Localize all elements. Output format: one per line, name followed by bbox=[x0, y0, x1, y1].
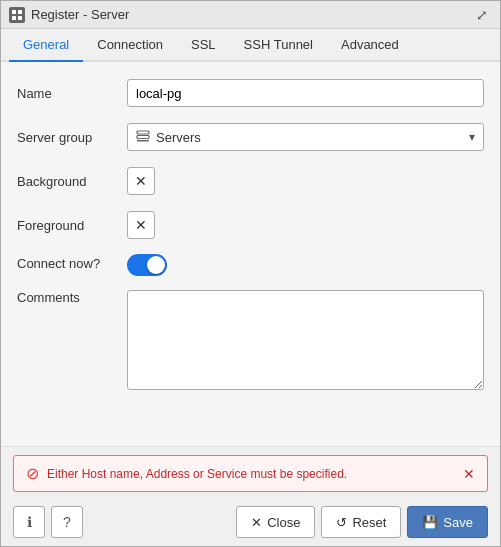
name-input[interactable] bbox=[127, 79, 484, 107]
svg-rect-1 bbox=[18, 10, 22, 14]
svg-rect-0 bbox=[12, 10, 16, 14]
error-close-button[interactable]: ✕ bbox=[463, 466, 475, 482]
footer: ⊘ Either Host name, Address or Service m… bbox=[1, 446, 500, 546]
reset-icon: ↺ bbox=[336, 515, 347, 530]
foreground-row: Foreground ✕ bbox=[17, 210, 484, 240]
error-bar: ⊘ Either Host name, Address or Service m… bbox=[13, 455, 488, 492]
reset-button[interactable]: ↺ Reset bbox=[321, 506, 401, 538]
footer-right-buttons: ✕ Close ↺ Reset 💾 Save bbox=[236, 506, 488, 538]
save-icon: 💾 bbox=[422, 515, 438, 530]
foreground-color-button[interactable]: ✕ bbox=[127, 211, 155, 239]
error-icon: ⊘ bbox=[26, 464, 39, 483]
connect-now-toggle[interactable] bbox=[127, 254, 167, 276]
server-group-control: Servers ▾ bbox=[127, 123, 484, 151]
name-row: Name bbox=[17, 78, 484, 108]
svg-rect-6 bbox=[137, 140, 149, 142]
toggle-knob bbox=[147, 256, 165, 274]
titlebar-controls: ⤢ bbox=[472, 7, 492, 23]
server-group-value: Servers bbox=[156, 130, 469, 145]
comments-row: Comments bbox=[17, 290, 484, 393]
maximize-button[interactable]: ⤢ bbox=[472, 7, 492, 23]
server-group-row: Server group Servers ▾ bbox=[17, 122, 484, 152]
background-control: ✕ bbox=[127, 167, 484, 195]
connect-now-label: Connect now? bbox=[17, 254, 127, 271]
server-group-select[interactable]: Servers ▾ bbox=[127, 123, 484, 151]
form-content: Name Server group Servers bbox=[1, 62, 500, 446]
connect-now-row: Connect now? bbox=[17, 254, 484, 276]
comments-textarea[interactable] bbox=[127, 290, 484, 390]
svg-rect-2 bbox=[12, 16, 16, 20]
svg-rect-4 bbox=[137, 131, 149, 134]
tab-bar: General Connection SSL SSH Tunnel Advanc… bbox=[1, 29, 500, 62]
tab-ssl[interactable]: SSL bbox=[177, 29, 230, 62]
tab-ssh-tunnel[interactable]: SSH Tunnel bbox=[230, 29, 327, 62]
comments-control bbox=[127, 290, 484, 393]
tab-connection[interactable]: Connection bbox=[83, 29, 177, 62]
name-control bbox=[127, 79, 484, 107]
footer-left-buttons: ℹ ? bbox=[13, 506, 83, 538]
server-group-icon bbox=[136, 129, 150, 146]
error-message: Either Host name, Address or Service mus… bbox=[47, 467, 455, 481]
save-button[interactable]: 💾 Save bbox=[407, 506, 488, 538]
info-icon: ℹ bbox=[27, 514, 32, 530]
background-label: Background bbox=[17, 174, 127, 189]
register-server-window: Register - Server ⤢ General Connection S… bbox=[0, 0, 501, 547]
titlebar-left: Register - Server bbox=[9, 7, 129, 23]
svg-rect-3 bbox=[18, 16, 22, 20]
window-title: Register - Server bbox=[31, 7, 129, 22]
help-button[interactable]: ? bbox=[51, 506, 83, 538]
background-color-button[interactable]: ✕ bbox=[127, 167, 155, 195]
foreground-control: ✕ bbox=[127, 211, 484, 239]
titlebar: Register - Server ⤢ bbox=[1, 1, 500, 29]
window-icon bbox=[9, 7, 25, 23]
footer-buttons-row: ℹ ? ✕ Close ↺ Reset 💾 Save bbox=[13, 506, 488, 538]
info-button[interactable]: ℹ bbox=[13, 506, 45, 538]
tab-advanced[interactable]: Advanced bbox=[327, 29, 413, 62]
close-icon: ✕ bbox=[251, 515, 262, 530]
question-icon: ? bbox=[63, 514, 71, 530]
foreground-label: Foreground bbox=[17, 218, 127, 233]
name-label: Name bbox=[17, 86, 127, 101]
close-button[interactable]: ✕ Close bbox=[236, 506, 315, 538]
comments-label: Comments bbox=[17, 290, 127, 305]
background-row: Background ✕ bbox=[17, 166, 484, 196]
server-group-label: Server group bbox=[17, 130, 127, 145]
connect-now-control bbox=[127, 254, 167, 276]
tab-general[interactable]: General bbox=[9, 29, 83, 62]
svg-rect-5 bbox=[137, 135, 149, 138]
chevron-down-icon: ▾ bbox=[469, 130, 475, 144]
